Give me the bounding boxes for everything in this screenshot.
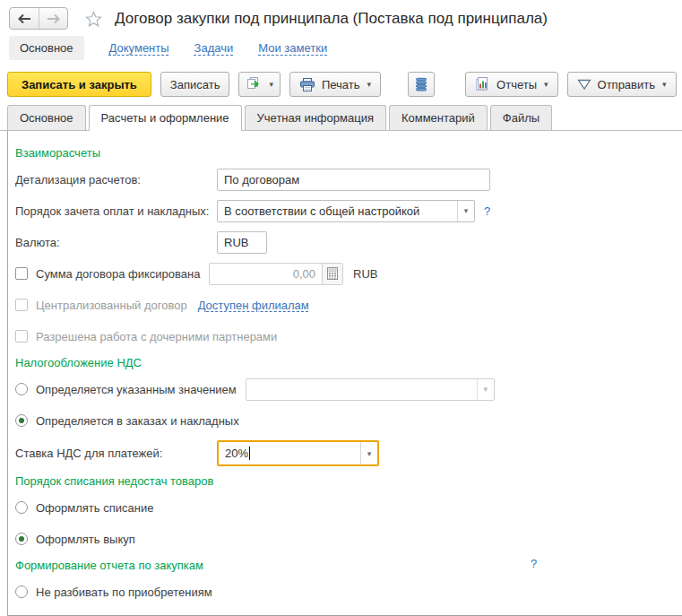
- stacked-list-icon: [415, 77, 427, 91]
- page-title: Договор закупки под принципала (Поставка…: [115, 10, 548, 28]
- section-purchase-report-heading: Формирование отчета по закупкам ?: [15, 559, 682, 572]
- section-shortage-heading: Порядок списания недостач товаров: [15, 474, 682, 488]
- dropdown-arrow-icon: ▾: [367, 80, 372, 89]
- structure-button[interactable]: [408, 72, 435, 97]
- create-based-on-icon: [246, 77, 262, 91]
- send-button[interactable]: Отправить ▾: [567, 72, 677, 97]
- detail-label: Детализация расчетов:: [15, 173, 217, 187]
- vat-rate-label: Ставка НДС для платежей:: [15, 447, 217, 460]
- report-no-split-row: Не разбивать по приобретениям: [15, 580, 682, 603]
- send-button-label: Отправить: [598, 78, 655, 91]
- form-tabbar: Основное Расчеты и оформление Учетная ин…: [0, 105, 682, 131]
- fixed-amount-checkbox[interactable]: [15, 267, 28, 280]
- dropdown-arrow-icon: ▾: [544, 80, 548, 89]
- create-based-on-button[interactable]: ▾: [238, 72, 281, 97]
- print-button-label: Печать: [322, 78, 360, 91]
- currency-row: Валюта: RUB: [15, 230, 682, 254]
- forward-button[interactable]: [39, 8, 67, 29]
- save-and-close-button[interactable]: Записать и закрыть: [7, 72, 151, 97]
- nav-item-osnovnoe[interactable]: Основное: [9, 36, 84, 60]
- report-no-split-radio[interactable]: [15, 586, 28, 598]
- tab-uchetnaya-informaciya[interactable]: Учетная информация: [245, 105, 386, 130]
- reports-button-label: Отчеты: [496, 78, 537, 91]
- calculator-button[interactable]: [322, 264, 342, 284]
- offset-combo[interactable]: В соответствии с общей настройкой ▾: [217, 200, 475, 222]
- purchase-report-help-icon[interactable]: ?: [531, 557, 537, 570]
- vat-by-value-radio[interactable]: [15, 383, 28, 395]
- report-split-row: Разбивать по приобретениям и формировать…: [15, 612, 682, 616]
- tab-raschety-i-oformlenie[interactable]: Расчеты и оформление: [89, 105, 242, 131]
- nav-item-dokumenty[interactable]: Документы: [109, 41, 169, 55]
- print-button[interactable]: Печать ▾: [289, 72, 381, 97]
- centralized-row: Централизованный договор Доступен филиал…: [15, 293, 682, 317]
- chevron-down-icon[interactable]: ▾: [477, 379, 494, 400]
- command-toolbar: Записать и закрыть Записать ▾ Печать ▾: [0, 65, 682, 105]
- reports-button[interactable]: Отчеты ▾: [465, 72, 557, 97]
- tab-kommentarij[interactable]: Комментарий: [389, 105, 488, 130]
- offset-row: Порядок зачета оплат и накладных: В соот…: [15, 199, 682, 222]
- centralized-label: Централизованный договор: [36, 299, 187, 312]
- offset-label: Порядок зачета оплат и накладных:: [15, 204, 217, 218]
- fixed-amount-row: Сумма договора фиксирована 0,00 RUB: [15, 262, 682, 285]
- purchase-report-heading-text: Формирование отчета по закупкам: [15, 559, 203, 572]
- section-vat-heading: Налогообложение НДС: [15, 356, 682, 369]
- vat-rate-combo[interactable]: 20% ▾: [217, 440, 379, 466]
- calculator-icon: [327, 267, 338, 280]
- vat-value-combo-value[interactable]: [246, 379, 477, 400]
- subsidiaries-checkbox[interactable]: [15, 330, 28, 343]
- chevron-down-icon[interactable]: ▾: [360, 442, 377, 464]
- favorite-star-button[interactable]: [84, 10, 103, 28]
- report-no-split-label[interactable]: Не разбивать по приобретениям: [36, 586, 212, 599]
- vat-by-value-label[interactable]: Определяется указанным значением: [36, 383, 237, 396]
- arrow-right-icon: [47, 13, 61, 24]
- nav-linkbar: Основное Документы Задачи Мои заметки: [0, 31, 682, 65]
- centralized-checkbox[interactable]: [15, 299, 28, 311]
- subsidiaries-label: Разрешена работа с дочерними партнерами: [36, 330, 277, 343]
- shortage-buyout-label[interactable]: Оформлять выкуп: [36, 533, 135, 546]
- vat-value-combo[interactable]: ▾: [246, 378, 495, 401]
- text-caret: [249, 447, 250, 460]
- window-header: Договор закупки под принципала (Поставка…: [0, 0, 682, 31]
- vat-rate-value: 20%: [225, 447, 248, 460]
- tab-osnovnoe[interactable]: Основное: [7, 105, 86, 130]
- back-button[interactable]: [10, 8, 39, 29]
- nav-item-moi-zametki[interactable]: Мои заметки: [258, 41, 327, 55]
- subsidiaries-row: Разрешена работа с дочерними партнерами: [15, 325, 682, 348]
- send-icon: [577, 78, 591, 91]
- history-nav-group: [9, 7, 68, 30]
- fixed-amount-currency-label: RUB: [353, 267, 377, 281]
- fixed-amount-label: Сумма договора фиксирована: [36, 267, 200, 281]
- arrow-left-icon: [17, 13, 31, 24]
- currency-input[interactable]: RUB: [217, 231, 267, 254]
- offset-help-icon[interactable]: ?: [484, 204, 490, 218]
- star-icon: [84, 10, 103, 28]
- currency-label: Валюта:: [15, 236, 217, 249]
- nav-item-zadachi[interactable]: Задачи: [194, 41, 234, 55]
- save-button[interactable]: Записать: [160, 72, 230, 97]
- tab-content-panel: Взаиморасчеты Детализация расчетов: По д…: [7, 131, 682, 616]
- report-chart-icon: [475, 77, 490, 91]
- fixed-amount-input[interactable]: 0,00: [210, 264, 322, 284]
- fixed-amount-input-group: 0,00: [209, 263, 343, 285]
- dropdown-arrow-icon: ▾: [662, 80, 667, 89]
- vat-by-orders-row: Определяется в заказах и накладных: [15, 409, 682, 432]
- shortage-writeoff-row: Оформлять списание: [15, 496, 682, 519]
- dropdown-arrow-icon: ▾: [269, 80, 273, 89]
- shortage-writeoff-radio[interactable]: [15, 501, 28, 514]
- branches-link[interactable]: Доступен филиалам: [198, 299, 309, 312]
- tab-fajly[interactable]: Файлы: [490, 105, 552, 130]
- offset-combo-value[interactable]: В соответствии с общей настройкой: [218, 201, 457, 221]
- shortage-buyout-radio[interactable]: [15, 533, 28, 545]
- shortage-writeoff-label[interactable]: Оформлять списание: [36, 501, 153, 515]
- vat-by-orders-radio[interactable]: [15, 414, 28, 427]
- vat-rate-row: Ставка НДС для платежей: 20% ▾: [15, 440, 682, 466]
- vat-by-orders-label[interactable]: Определяется в заказах и накладных: [36, 414, 239, 428]
- chevron-down-icon[interactable]: ▾: [457, 201, 474, 221]
- printer-icon: [299, 78, 315, 91]
- detail-input[interactable]: По договорам: [217, 169, 490, 191]
- shortage-buyout-row: Оформлять выкуп: [15, 527, 682, 551]
- vat-by-value-row: Определяется указанным значением ▾: [15, 377, 682, 401]
- detail-row: Детализация расчетов: По договорам: [15, 168, 682, 191]
- section-settlements-heading: Взаиморасчеты: [15, 146, 682, 160]
